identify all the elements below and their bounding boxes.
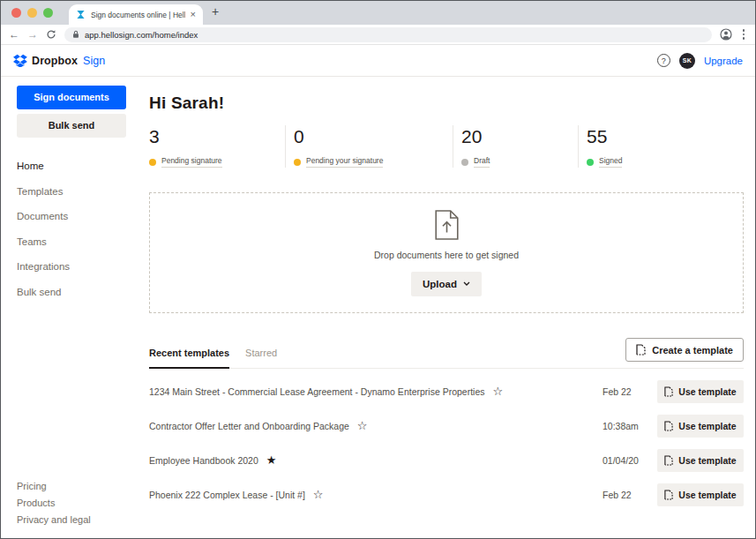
sidebar-footer: Pricing Products Privacy and legal	[17, 475, 91, 525]
browser-tab-strip: Sign documents online | Hell × +	[1, 1, 755, 25]
browser-tab[interactable]: Sign documents online | Hell ×	[69, 4, 203, 25]
template-row: Contractor Offer Letter and Onboarding P…	[149, 408, 744, 443]
template-name[interactable]: 1234 Main Street - Commercial Lease Agre…	[149, 386, 485, 397]
template-date: 10:38am	[603, 421, 657, 431]
sidebar-item-integrations[interactable]: Integrations	[17, 261, 140, 272]
close-window-button[interactable]	[11, 8, 21, 18]
use-template-button[interactable]: Use template	[657, 483, 744, 506]
logo-dropbox-text: Dropbox	[32, 55, 78, 67]
products-link[interactable]: Products	[17, 498, 91, 508]
template-name[interactable]: Phoenix 222 Complex Lease - [Unit #]	[149, 490, 305, 500]
lock-icon	[72, 30, 79, 39]
status-dot-green	[587, 159, 594, 166]
tab-title: Sign documents online | Hell	[91, 11, 185, 19]
template-list: 1234 Main Street - Commercial Lease Agre…	[149, 374, 744, 512]
browser-profile-icon[interactable]	[720, 28, 732, 41]
templates-header: Recent templates Starred Create a templa…	[149, 338, 744, 369]
sidebar-item-templates[interactable]: Templates	[17, 186, 140, 197]
template-name[interactable]: Contractor Offer Letter and Onboarding P…	[149, 421, 349, 431]
browser-toolbar: ← → app.hellosign.com/home/index	[1, 25, 755, 45]
dropbox-glyph-icon	[13, 54, 27, 67]
sidebar-item-teams[interactable]: Teams	[17, 236, 140, 247]
stat-draft: 20 Draft	[453, 125, 578, 168]
stat-pending-signature: 3 Pending signature	[149, 125, 285, 168]
template-page-icon	[664, 490, 673, 500]
sidebar-item-bulk-send[interactable]: Bulk send	[17, 287, 140, 297]
star-filled-icon[interactable]: ★	[266, 454, 277, 466]
sidebar-item-documents[interactable]: Documents	[17, 211, 140, 221]
page-title: Hi Sarah!	[149, 94, 744, 113]
stat-value: 3	[149, 126, 285, 147]
template-page-icon	[664, 386, 673, 397]
browser-menu-icon[interactable]	[740, 29, 748, 40]
browser-window: Sign documents online | Hell × + ← → app…	[0, 0, 756, 539]
dropzone-text: Drop documents here to get signed	[374, 250, 519, 260]
star-outline-icon[interactable]: ☆	[357, 420, 368, 431]
stats-row: 3 Pending signature 0 Pending your signa…	[149, 125, 744, 168]
window-controls	[11, 8, 53, 18]
address-bar[interactable]: app.hellosign.com/home/index	[64, 27, 712, 42]
status-dot-gray	[461, 159, 468, 166]
stat-label[interactable]: Draft	[474, 156, 490, 168]
sidebar: Sign documents Bulk send Home Templates …	[1, 77, 140, 537]
bulk-send-button[interactable]: Bulk send	[17, 114, 126, 138]
zoom-window-button[interactable]	[43, 8, 53, 18]
template-row: Phoenix 222 Complex Lease - [Unit #] ☆ F…	[149, 477, 744, 512]
use-template-button[interactable]: Use template	[657, 415, 744, 438]
avatar[interactable]: SK	[679, 53, 695, 69]
template-row: 1234 Main Street - Commercial Lease Agre…	[149, 374, 744, 408]
app-header: Dropbox Sign ? SK Upgrade	[1, 45, 755, 77]
stat-label[interactable]: Signed	[599, 156, 622, 168]
use-template-button[interactable]: Use template	[657, 449, 744, 472]
template-row: Employee Handbook 2020 ★ 01/04/20 Use te…	[149, 443, 744, 477]
help-icon[interactable]: ?	[657, 54, 670, 67]
stat-value: 55	[587, 126, 744, 147]
use-template-button[interactable]: Use template	[657, 380, 744, 403]
stat-value: 20	[461, 126, 578, 147]
stat-value: 0	[294, 126, 453, 147]
privacy-legal-link[interactable]: Privacy and legal	[17, 514, 91, 525]
chevron-down-icon	[463, 281, 470, 286]
dropbox-sign-logo[interactable]: Dropbox Sign	[13, 54, 105, 67]
star-outline-icon[interactable]: ☆	[493, 386, 504, 397]
upgrade-link[interactable]: Upgrade	[704, 56, 743, 66]
main-content: Hi Sarah! 3 Pending signature 0 Pending …	[140, 77, 755, 537]
template-name[interactable]: Employee Handbook 2020	[149, 455, 258, 466]
template-date: 01/04/20	[603, 455, 657, 466]
template-page-icon	[636, 344, 646, 356]
new-tab-button[interactable]: +	[212, 4, 219, 19]
stat-signed: 55 Signed	[578, 125, 744, 168]
minimize-window-button[interactable]	[27, 8, 37, 18]
template-date: Feb 22	[603, 386, 657, 397]
upload-document-icon	[435, 210, 459, 240]
tab-close-icon[interactable]: ×	[191, 10, 196, 19]
create-template-button[interactable]: Create a template	[625, 338, 744, 362]
document-dropzone[interactable]: Drop documents here to get signed Upload	[149, 192, 744, 313]
reload-icon[interactable]	[46, 29, 56, 40]
sign-documents-button[interactable]: Sign documents	[17, 86, 126, 109]
sidebar-item-home[interactable]: Home	[17, 161, 140, 171]
sidebar-nav: Home Templates Documents Teams Integrati…	[17, 161, 140, 297]
hellosign-favicon-icon	[76, 10, 86, 19]
stat-label[interactable]: Pending signature	[161, 156, 222, 168]
tab-starred[interactable]: Starred	[245, 348, 277, 368]
logo-sign-text: Sign	[83, 55, 105, 67]
star-outline-icon[interactable]: ☆	[313, 489, 324, 500]
stat-label[interactable]: Pending your signature	[306, 156, 383, 168]
stat-pending-your-signature: 0 Pending your signature	[285, 125, 453, 168]
upload-button[interactable]: Upload	[411, 272, 482, 296]
status-dot-yellow	[294, 159, 301, 166]
back-icon[interactable]: ←	[9, 29, 19, 40]
pricing-link[interactable]: Pricing	[17, 481, 91, 491]
url-text: app.hellosign.com/home/index	[85, 30, 198, 40]
forward-icon[interactable]: →	[27, 29, 38, 40]
tab-recent-templates[interactable]: Recent templates	[149, 348, 229, 369]
template-page-icon	[664, 421, 673, 431]
template-page-icon	[664, 455, 673, 466]
status-dot-yellow	[149, 159, 156, 166]
template-date: Feb 22	[603, 490, 657, 500]
